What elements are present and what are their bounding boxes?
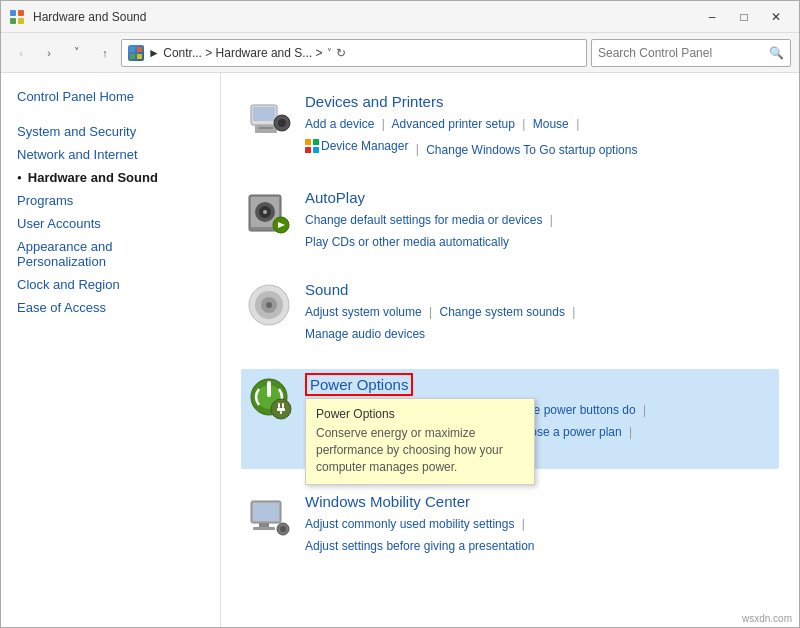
close-button[interactable]: ✕: [761, 7, 791, 27]
category-windows-mobility: Windows Mobility Center Adjust commonly …: [241, 489, 779, 561]
forward-button[interactable]: ›: [37, 41, 61, 65]
manage-audio-link[interactable]: Manage audio devices: [305, 327, 425, 341]
sidebar: Control Panel Home System and Security N…: [1, 73, 221, 627]
svg-rect-14: [305, 139, 311, 145]
svg-rect-0: [10, 10, 16, 16]
adjust-volume-link[interactable]: Adjust system volume: [305, 305, 422, 319]
svg-rect-39: [259, 523, 269, 527]
main-content: Control Panel Home System and Security N…: [1, 73, 799, 627]
mobility-settings-link[interactable]: Adjust commonly used mobility settings: [305, 517, 514, 531]
search-icon: 🔍: [769, 46, 784, 60]
devices-printers-svg: [245, 93, 293, 141]
sep4: |: [416, 142, 419, 156]
sidebar-item-system-security[interactable]: System and Security: [1, 120, 220, 143]
power-options-icon: [245, 373, 293, 421]
autoplay-svg: [245, 189, 293, 237]
sep5: |: [550, 213, 553, 227]
address-bar: ► Contr... > Hardware and S... > ˅ ↻: [121, 39, 587, 67]
sep6: |: [429, 305, 432, 319]
devices-printers-title[interactable]: Devices and Printers: [305, 93, 775, 110]
autoplay-info: AutoPlay Change default settings for med…: [305, 189, 775, 253]
svg-rect-5: [137, 47, 142, 52]
mobility-icon: [245, 493, 293, 541]
mobility-svg: [245, 493, 293, 541]
presentation-settings-link[interactable]: Adjust settings before giving a presenta…: [305, 539, 534, 553]
svg-rect-11: [259, 127, 273, 129]
change-default-link[interactable]: Change default settings for media or dev…: [305, 213, 542, 227]
title-bar: Hardware and Sound – □ ✕: [1, 1, 799, 33]
mouse-link[interactable]: Mouse: [533, 117, 569, 131]
svg-rect-17: [313, 147, 319, 153]
sep1: |: [382, 117, 385, 131]
dropdown-button[interactable]: ˅: [65, 41, 89, 65]
svg-rect-31: [267, 381, 271, 397]
category-power-options: Power Options Power Options Conserve ene…: [241, 369, 779, 469]
title-bar-left: Hardware and Sound: [9, 9, 146, 25]
sep12: |: [522, 517, 525, 531]
windows-shield-icon: [305, 139, 319, 153]
svg-rect-36: [280, 411, 282, 414]
play-cds-link[interactable]: Play CDs or other media automatically: [305, 235, 509, 249]
refresh-button[interactable]: ↻: [336, 46, 346, 60]
category-sound: Sound Adjust system volume | Change syst…: [241, 277, 779, 349]
nav-bar: ‹ › ˅ ↑ ► Contr... > Hardware and S... >…: [1, 33, 799, 73]
sidebar-item-appearance[interactable]: Appearance and Personalization: [1, 235, 220, 273]
advanced-printer-link[interactable]: Advanced printer setup: [392, 117, 515, 131]
svg-point-42: [280, 526, 286, 532]
sidebar-item-clock-region[interactable]: Clock and Region: [1, 273, 220, 296]
maximize-button[interactable]: □: [729, 7, 759, 27]
svg-rect-35: [277, 408, 285, 411]
up-button[interactable]: ↑: [93, 41, 117, 65]
search-bar: 🔍: [591, 39, 791, 67]
content-area: Devices and Printers Add a device | Adva…: [221, 73, 799, 627]
sidebar-item-user-accounts[interactable]: User Accounts: [1, 212, 220, 235]
svg-rect-38: [253, 503, 279, 521]
category-devices-printers: Devices and Printers Add a device | Adva…: [241, 89, 779, 165]
svg-rect-6: [130, 54, 135, 59]
back-button[interactable]: ‹: [9, 41, 33, 65]
add-device-link[interactable]: Add a device: [305, 117, 374, 131]
svg-point-28: [266, 302, 272, 308]
device-manager-link[interactable]: Device Manager: [321, 136, 408, 158]
watermark: wsxdn.com: [742, 613, 792, 624]
minimize-button[interactable]: –: [697, 7, 727, 27]
svg-rect-9: [253, 107, 275, 121]
power-options-tooltip: Power Options Conserve energy or maximiz…: [305, 398, 535, 484]
svg-rect-34: [282, 403, 284, 408]
mobility-title[interactable]: Windows Mobility Center: [305, 493, 775, 510]
address-dropdown-button[interactable]: ˅: [327, 47, 332, 58]
search-input[interactable]: [598, 46, 769, 60]
control-panel-icon: [130, 47, 142, 59]
sidebar-item-network-internet[interactable]: Network and Internet: [1, 143, 220, 166]
svg-rect-15: [313, 139, 319, 145]
sep11: |: [629, 425, 632, 439]
power-title-container: Power Options Power Options Conserve ene…: [305, 378, 413, 393]
mobility-info: Windows Mobility Center Adjust commonly …: [305, 493, 775, 557]
sidebar-item-control-panel-home[interactable]: Control Panel Home: [1, 85, 220, 108]
windows-togo-link[interactable]: Change Windows To Go startup options: [426, 142, 637, 156]
svg-rect-40: [253, 527, 275, 530]
sep2: |: [522, 117, 525, 131]
power-options-title[interactable]: Power Options: [305, 373, 413, 396]
svg-point-22: [263, 210, 267, 214]
sidebar-item-hardware-sound[interactable]: Hardware and Sound: [1, 166, 220, 189]
sound-title[interactable]: Sound: [305, 281, 775, 298]
mobility-links: Adjust commonly used mobility settings |…: [305, 514, 775, 557]
sound-icon: [245, 281, 293, 329]
devices-printers-info: Devices and Printers Add a device | Adva…: [305, 93, 775, 161]
sound-info: Sound Adjust system volume | Change syst…: [305, 281, 775, 345]
sidebar-item-ease-access[interactable]: Ease of Access: [1, 296, 220, 319]
tooltip-description: Conserve energy or maximize performance …: [316, 425, 524, 475]
title-bar-controls: – □ ✕: [697, 7, 791, 27]
devices-printers-links: Add a device | Advanced printer setup | …: [305, 114, 775, 161]
autoplay-title[interactable]: AutoPlay: [305, 189, 775, 206]
svg-point-13: [278, 119, 286, 127]
sep7: |: [572, 305, 575, 319]
sound-svg: [245, 281, 293, 329]
tooltip-title: Power Options: [316, 407, 524, 421]
svg-rect-33: [278, 403, 280, 408]
sidebar-item-programs[interactable]: Programs: [1, 189, 220, 212]
sep9: |: [643, 403, 646, 417]
change-sounds-link[interactable]: Change system sounds: [440, 305, 565, 319]
address-icon: [128, 45, 144, 61]
